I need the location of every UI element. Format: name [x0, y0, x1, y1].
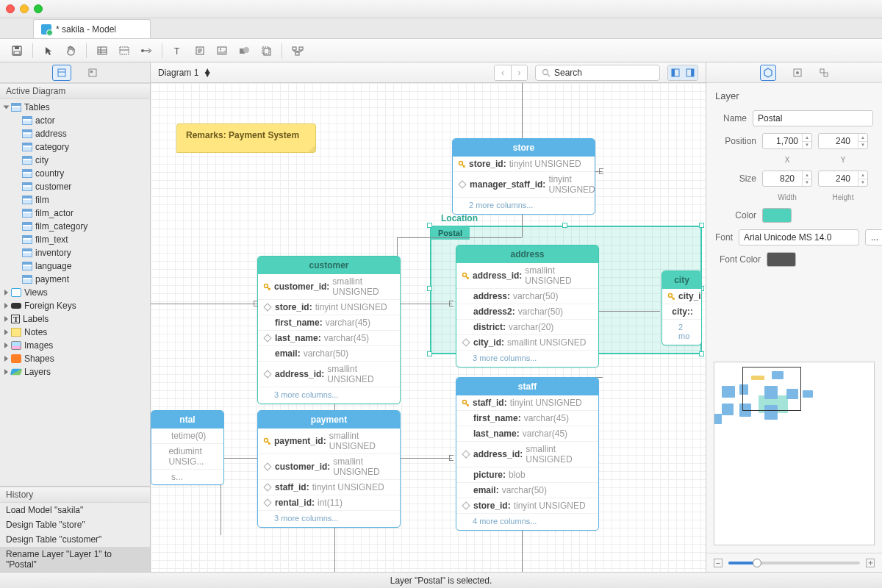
svg-rect-2: [14, 51, 20, 54]
note-tool-button[interactable]: [190, 41, 209, 60]
nav-back-button[interactable]: ‹: [495, 65, 511, 80]
diagram-canvas[interactable]: Remarks: Payment SystemLocationPostalsto…: [151, 83, 706, 572]
view-tool-button[interactable]: [115, 41, 134, 60]
save-button[interactable]: [7, 41, 26, 60]
history-item[interactable]: Load Model "sakila": [0, 503, 150, 517]
table-item-film_actor[interactable]: film_actor: [0, 207, 150, 220]
minimize-window-button[interactable]: [20, 4, 29, 13]
entity-staff[interactable]: staffstaff_id: tinyint UNSIGNEDfirst_nam…: [456, 377, 599, 531]
position-y-stepper[interactable]: ▲▼: [818, 133, 868, 149]
entity-rental[interactable]: ntal tetime(0) ediumint UNSIG... s...: [151, 410, 224, 485]
table-item-language[interactable]: language: [0, 259, 150, 273]
table-item-address[interactable]: address: [0, 127, 150, 140]
autolayout-button[interactable]: [288, 41, 307, 60]
svg-rect-25: [58, 69, 65, 76]
minimap[interactable]: [714, 362, 875, 545]
color-swatch[interactable]: [762, 208, 792, 223]
more-columns[interactable]: 2 mo: [662, 320, 701, 345]
shape-tool-button[interactable]: [234, 41, 254, 60]
selection-handle[interactable]: [427, 351, 432, 356]
split-view-left-button[interactable]: [668, 65, 683, 80]
table-icon: [22, 222, 32, 231]
table-item-country[interactable]: country: [0, 167, 150, 180]
document-tab[interactable]: * sakila - Model: [33, 19, 151, 38]
layer-tool-button[interactable]: [257, 41, 276, 60]
svg-rect-44: [824, 73, 828, 76]
entity-city[interactable]: citycity_id: city:: 2 mo: [662, 270, 702, 345]
group-labels[interactable]: TLabels: [0, 312, 150, 326]
hand-tool-button[interactable]: [61, 41, 80, 60]
table-item-film[interactable]: film: [0, 193, 150, 207]
selection-handle[interactable]: [427, 286, 432, 291]
group-layers[interactable]: Layers: [0, 365, 150, 379]
diagram-selector[interactable]: Diagram 1 ▲▼: [158, 68, 212, 78]
group-notes[interactable]: Notes: [0, 326, 150, 339]
table-item-customer[interactable]: customer: [0, 180, 150, 193]
label-tool-button[interactable]: T: [168, 41, 187, 60]
table-tool-button[interactable]: [93, 41, 112, 60]
split-view-right-button[interactable]: [683, 65, 698, 80]
document-tab-title: * sakila - Model: [56, 24, 116, 35]
arrange-tab[interactable]: [819, 68, 829, 78]
table-item-film_category[interactable]: film_category: [0, 220, 150, 233]
more-columns[interactable]: 3 more columns...: [456, 351, 598, 367]
minimap-viewport[interactable]: [742, 367, 801, 411]
name-input[interactable]: [753, 110, 873, 126]
nav-forward-button[interactable]: ›: [511, 65, 527, 80]
svg-rect-23: [299, 47, 303, 50]
pointer-tool-button[interactable]: [39, 41, 58, 60]
model-tree[interactable]: Tables actoraddresscategorycitycountrycu…: [0, 99, 150, 486]
group-images[interactable]: Images: [0, 339, 150, 352]
search-field[interactable]: Search: [535, 65, 660, 81]
selection-handle[interactable]: [699, 223, 704, 228]
fontcolor-swatch[interactable]: [767, 252, 796, 267]
more-columns[interactable]: 2 more columns...: [453, 198, 595, 214]
diagram-tree-tab[interactable]: [87, 68, 98, 78]
selection-handle[interactable]: [562, 223, 567, 228]
entity-customer[interactable]: customercustomer_id: smallint UNSIGNEDst…: [257, 256, 401, 404]
entity-payment[interactable]: paymentpayment_id: smallint UNSIGNEDcust…: [257, 410, 401, 528]
close-window-button[interactable]: [6, 4, 15, 13]
foreignkey-tool-button[interactable]: [137, 41, 156, 60]
zoom-window-button[interactable]: [34, 4, 43, 13]
group-foreign-keys[interactable]: Foreign Keys: [0, 299, 150, 312]
model-tree-tab[interactable]: [52, 65, 71, 81]
entity-address[interactable]: addressaddress_id: smallint UNSIGNEDaddr…: [456, 245, 599, 368]
style-tab[interactable]: [792, 68, 803, 78]
position-x-stepper[interactable]: ▲▼: [762, 133, 812, 149]
table-item-film_text[interactable]: film_text: [0, 233, 150, 246]
image-tool-button[interactable]: [212, 41, 232, 60]
svg-point-19: [243, 47, 249, 53]
history-item[interactable]: Design Table "customer": [0, 532, 150, 547]
tables-group[interactable]: Tables: [0, 101, 150, 114]
history-item[interactable]: Design Table "store": [0, 517, 150, 532]
canvas-toolbar: Diagram 1 ▲▼ ‹ › Search: [151, 62, 706, 83]
more-columns[interactable]: 3 more columns...: [258, 511, 400, 527]
size-w-stepper[interactable]: ▲▼: [762, 171, 812, 187]
more-columns[interactable]: 3 more columns...: [258, 387, 400, 404]
size-h-stepper[interactable]: ▲▼: [818, 171, 868, 187]
more-columns[interactable]: 4 more columns...: [456, 514, 598, 530]
table-item-payment[interactable]: payment: [0, 273, 150, 286]
history-item[interactable]: Rename Layer "Layer 1" to "Postal": [0, 547, 150, 572]
svg-line-30: [548, 74, 550, 76]
zoom-slider[interactable]: [728, 562, 860, 564]
selection-handle[interactable]: [699, 351, 704, 356]
table-item-actor[interactable]: actor: [0, 114, 150, 127]
zoom-out-button[interactable]: −: [714, 559, 723, 567]
selection-handle[interactable]: [427, 223, 432, 228]
font-picker-button[interactable]: ...: [865, 229, 882, 245]
properties-tab[interactable]: [760, 65, 776, 81]
table-item-inventory[interactable]: inventory: [0, 246, 150, 259]
group-shapes[interactable]: Shapes: [0, 352, 150, 365]
notes-icon: [11, 328, 21, 337]
font-input[interactable]: [739, 229, 859, 245]
group-views[interactable]: Views: [0, 286, 150, 299]
table-item-category[interactable]: category: [0, 140, 150, 154]
layers-icon: [10, 369, 22, 375]
remark-note[interactable]: Remarks: Payment System: [176, 123, 316, 153]
zoom-in-button[interactable]: ＋: [866, 559, 875, 567]
entity-store[interactable]: storestore_id: tinyint UNSIGNEDmanager_s…: [452, 138, 595, 215]
table-item-city[interactable]: city: [0, 154, 150, 167]
status-bar: Layer "Postal" is selected.: [0, 572, 882, 588]
